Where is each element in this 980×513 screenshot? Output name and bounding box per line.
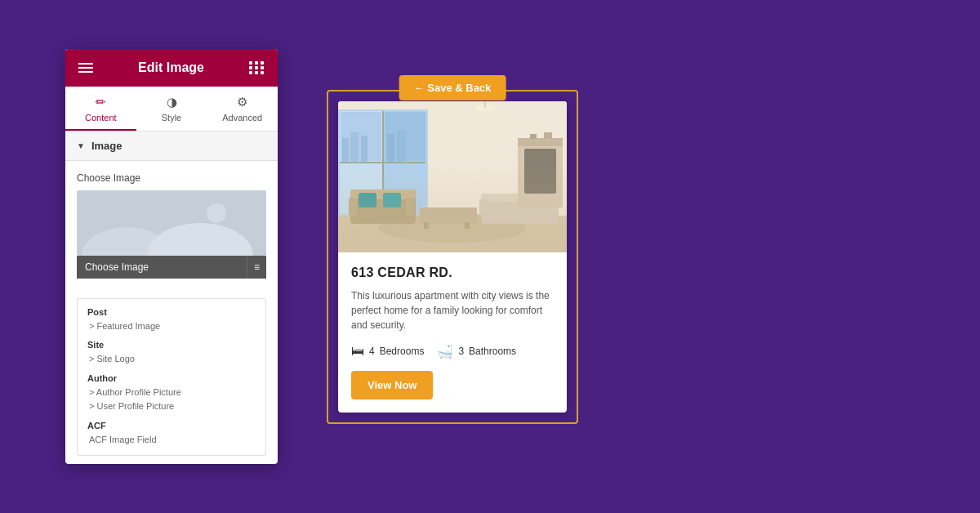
hamburger-icon[interactable] [78, 63, 93, 73]
choose-image-menu-icon[interactable]: ≡ [247, 256, 266, 279]
svg-point-19 [379, 213, 526, 243]
svg-rect-18 [338, 216, 567, 252]
card-content: 613 CEDAR RD. This luxurious apartment w… [338, 252, 567, 413]
source-item-site-logo[interactable]: > Site Logo [87, 352, 256, 367]
preview-card: 613 CEDAR RD. This luxurious apartment w… [338, 101, 567, 413]
section-arrow-icon: ▼ [77, 141, 85, 150]
svg-rect-32 [465, 222, 470, 229]
svg-rect-42 [544, 132, 552, 139]
bedrooms-feature: 🛏 4 Bedrooms [351, 344, 424, 359]
tab-advanced[interactable]: ⚙ Advanced [207, 87, 278, 131]
svg-rect-17 [397, 130, 406, 163]
choose-image-label: Choose Image [77, 172, 266, 184]
svg-rect-28 [479, 199, 487, 216]
svg-rect-29 [551, 199, 559, 216]
grid-icon[interactable] [249, 61, 265, 74]
bedrooms-label: Bedrooms [380, 346, 425, 357]
bathrooms-feature: 🛁 3 Bathrooms [437, 344, 516, 359]
source-group-post: Post > Featured Image [87, 307, 256, 334]
svg-rect-41 [530, 134, 537, 139]
svg-rect-21 [350, 190, 416, 199]
source-group-post-title: Post [87, 307, 256, 317]
bathrooms-label: Bathrooms [469, 346, 516, 357]
svg-rect-14 [350, 132, 359, 163]
view-now-button[interactable]: View Now [351, 371, 433, 399]
tab-style-label: Style [162, 113, 181, 123]
save-back-button[interactable]: ← Save & Back [399, 75, 506, 100]
section-title: Image [91, 140, 122, 152]
svg-point-35 [532, 167, 549, 190]
tab-style[interactable]: ◑ Style [136, 87, 207, 131]
tab-content[interactable]: ✏ Content [65, 87, 136, 131]
svg-rect-39 [524, 149, 556, 194]
main-container: Edit Image ✏ Content ◑ Style ⚙ Advanced [0, 49, 980, 465]
source-group-site-title: Site [87, 340, 256, 350]
property-image [338, 101, 567, 252]
svg-rect-37 [484, 101, 486, 108]
source-item-acf-image[interactable]: ACF Image Field [87, 433, 256, 448]
property-description: This luxurious apartment with city views… [351, 288, 554, 332]
bathrooms-count: 3 [458, 346, 464, 357]
svg-rect-22 [349, 198, 357, 216]
editor-tabs: ✏ Content ◑ Style ⚙ Advanced [65, 87, 278, 132]
bedrooms-count: 4 [369, 346, 375, 357]
svg-rect-13 [342, 138, 349, 163]
source-group-acf: ACF ACF Image Field [87, 421, 256, 448]
svg-point-1 [207, 203, 226, 223]
svg-rect-26 [481, 195, 559, 224]
editor-panel: Edit Image ✏ Content ◑ Style ⚙ Advanced [65, 49, 278, 465]
source-group-author-title: Author [87, 373, 256, 383]
svg-rect-31 [424, 222, 429, 229]
editor-title: Edit Image [138, 60, 204, 75]
svg-rect-23 [406, 198, 414, 216]
tab-advanced-label: Advanced [222, 113, 262, 123]
source-group-author: Author > Author Profile Picture > User P… [87, 373, 256, 414]
svg-rect-15 [361, 136, 368, 163]
choose-image-btn-row: Choose Image ≡ [77, 256, 266, 279]
svg-rect-24 [359, 193, 376, 207]
svg-rect-30 [420, 207, 477, 224]
gear-icon: ⚙ [237, 95, 247, 109]
choose-image-button[interactable]: Choose Image [77, 256, 247, 279]
source-item-author-profile[interactable]: > Author Profile Picture [87, 386, 256, 400]
source-group-acf-title: ACF [87, 421, 256, 430]
svg-rect-16 [387, 134, 394, 163]
svg-rect-25 [383, 193, 401, 207]
bed-icon: 🛏 [351, 344, 364, 359]
tab-content-label: Content [85, 113, 117, 123]
source-item-featured-image[interactable]: > Featured Image [87, 319, 256, 334]
bath-icon: 🛁 [437, 344, 453, 359]
circle-half-icon: ◑ [167, 95, 177, 109]
choose-image-area: Choose Image Choose Image ≡ [65, 161, 278, 290]
image-section-header[interactable]: ▼ Image [65, 132, 278, 161]
svg-rect-40 [518, 138, 563, 146]
image-placeholder [77, 190, 266, 256]
svg-point-34 [532, 165, 559, 198]
property-features: 🛏 4 Bedrooms 🛁 3 Bathrooms [351, 344, 554, 359]
svg-rect-20 [350, 191, 416, 224]
pencil-icon: ✏ [96, 95, 106, 109]
preview-card-wrapper: 613 CEDAR RD. This luxurious apartment w… [327, 90, 578, 424]
source-item-user-profile[interactable]: > User Profile Picture [87, 399, 256, 414]
svg-rect-33 [542, 183, 549, 207]
property-name: 613 CEDAR RD. [351, 265, 554, 280]
preview-container: ← Save & Back [327, 90, 578, 424]
editor-header: Edit Image [65, 49, 278, 87]
svg-rect-27 [481, 194, 559, 202]
image-source-list: Post > Featured Image Site > Site Logo A… [77, 298, 266, 457]
source-group-site: Site > Site Logo [87, 340, 256, 367]
